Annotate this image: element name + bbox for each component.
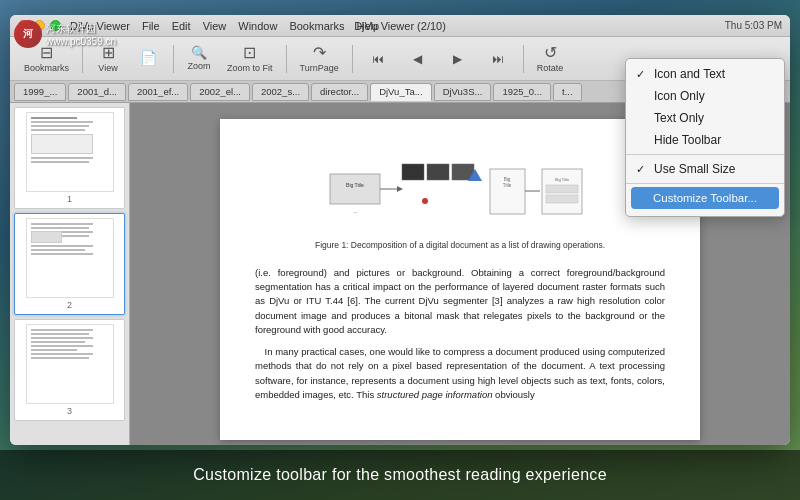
toolbar-separator-5 — [523, 45, 524, 73]
zoom-button[interactable]: 🔍 Zoom — [181, 43, 217, 74]
dropdown-use-small-size[interactable]: Use Small Size — [626, 158, 784, 180]
page-1-thumb — [26, 112, 114, 192]
view-label: View — [98, 63, 117, 73]
page-3-number: 3 — [67, 406, 72, 416]
toolbar-separator-2 — [173, 45, 174, 73]
bottom-bar: Customize toolbar for the smoothest read… — [0, 450, 800, 500]
prev-page-button[interactable]: ◀ — [400, 50, 436, 68]
title-bar-right: Thu 5:03 PM — [725, 20, 782, 31]
svg-text:Big Title: Big Title — [555, 177, 570, 182]
view-icon: ⊞ — [102, 45, 115, 61]
turn-page-label: TurnPage — [300, 63, 339, 73]
clock: Thu 5:03 PM — [725, 20, 782, 31]
rotate-icon: ↺ — [544, 45, 557, 61]
figure-svg: Big Title Big Title — [320, 159, 600, 239]
svg-rect-14 — [546, 185, 578, 193]
rotate-button[interactable]: ↺ Rotate — [531, 42, 570, 76]
zoom-icon: 🔍 — [191, 46, 207, 59]
first-page-icon: ⏮ — [372, 53, 384, 65]
tab-2001d[interactable]: 2001_d... — [68, 83, 126, 101]
menu-file[interactable]: File — [142, 20, 160, 32]
svg-rect-8 — [490, 169, 525, 214]
bottom-bar-text: Customize toolbar for the smoothest read… — [193, 466, 607, 484]
svg-rect-0 — [330, 174, 380, 204]
page-2-content — [27, 219, 113, 261]
svg-text:Big Title: Big Title — [346, 182, 364, 188]
menu-bar: DjVu Viewer File Edit View Window Bookma… — [70, 20, 379, 32]
dropdown-icon-only[interactable]: Icon Only — [626, 85, 784, 107]
view-button[interactable]: ⊞ View — [90, 42, 126, 76]
sidebar-page-3[interactable]: 3 — [14, 319, 125, 421]
tab-2002s[interactable]: 2002_s... — [252, 83, 309, 101]
page-2-thumb — [26, 218, 114, 298]
tab-1999[interactable]: 1999_... — [14, 83, 66, 101]
menu-window[interactable]: Window — [238, 20, 277, 32]
dropdown-hide-toolbar[interactable]: Hide Toolbar — [626, 129, 784, 151]
zoom-to-fit-button[interactable]: ⊡ Zoom to Fit — [221, 42, 279, 76]
minimize-button[interactable] — [34, 20, 45, 31]
menu-bookmarks[interactable]: Bookmarks — [289, 20, 344, 32]
bookmarks-button[interactable]: ⊟ Bookmarks — [18, 42, 75, 76]
page-2-number: 2 — [67, 300, 72, 310]
tab-director[interactable]: director... — [311, 83, 368, 101]
sidebar-page-2[interactable]: 2 — [14, 213, 125, 315]
tab-1925[interactable]: 1925_0... — [493, 83, 551, 101]
bookmarks-label: Bookmarks — [24, 63, 69, 73]
document-paragraph-2: In many practical cases, one would like … — [255, 345, 665, 402]
next-page-icon: ▶ — [453, 53, 462, 65]
window-title: DjVu Viewer (2/10) — [354, 20, 446, 32]
tab-2001ef[interactable]: 2001_ef... — [128, 83, 188, 101]
dropdown-separator-1 — [626, 154, 784, 155]
traffic-lights — [18, 20, 61, 31]
page-1-number: 1 — [67, 194, 72, 204]
last-page-icon: ⏭ — [492, 53, 504, 65]
svg-rect-3 — [402, 164, 424, 180]
menu-view[interactable]: View — [203, 20, 227, 32]
svg-rect-15 — [546, 195, 578, 203]
sidebar-page-1[interactable]: 1 — [14, 107, 125, 209]
menu-djvu-viewer[interactable]: DjVu Viewer — [70, 20, 130, 32]
rotate-label: Rotate — [537, 63, 564, 73]
tab-2002el[interactable]: 2002_el... — [190, 83, 250, 101]
tab-djvuta[interactable]: DjVu_Ta... — [370, 83, 431, 101]
toolbar-separator-3 — [286, 45, 287, 73]
sidebar: 1 2 — [10, 103, 130, 445]
tab-djvu3s[interactable]: DjVu3S... — [434, 83, 492, 101]
tab-t[interactable]: t... — [553, 83, 582, 101]
zoom-to-fit-label: Zoom to Fit — [227, 63, 273, 73]
figure-caption: Figure 1: Decomposition of a digital doc… — [315, 239, 605, 252]
close-button[interactable] — [18, 20, 29, 31]
svg-rect-4 — [427, 164, 449, 180]
dropdown-text-only[interactable]: Text Only — [626, 107, 784, 129]
dropdown-customize-toolbar[interactable]: Customize Toolbar... — [631, 187, 779, 209]
page-3-thumb — [26, 324, 114, 404]
document-paragraph-1: (i.e. foreground) and pictures or backgr… — [255, 266, 665, 337]
zoom-label: Zoom — [188, 61, 211, 71]
page-1-content — [27, 113, 113, 169]
last-page-button[interactable]: ⏭ — [480, 50, 516, 68]
maximize-button[interactable] — [50, 20, 61, 31]
italic-text: structured page information — [377, 389, 493, 400]
dropdown-menu: Icon and Text Icon Only Text Only Hide T… — [625, 58, 785, 217]
turn-page-button[interactable]: ↷ TurnPage — [294, 42, 345, 76]
svg-text:→: → — [353, 209, 358, 215]
svg-point-6 — [422, 198, 428, 204]
toolbar-separator-4 — [352, 45, 353, 73]
pages-button[interactable]: 📄 — [130, 48, 166, 70]
document-figure: Big Title Big Title — [255, 159, 665, 252]
prev-page-icon: ◀ — [413, 53, 422, 65]
toolbar-separator-1 — [82, 45, 83, 73]
svg-text:Title: Title — [503, 183, 512, 188]
menu-edit[interactable]: Edit — [172, 20, 191, 32]
zoom-to-fit-icon: ⊡ — [243, 45, 256, 61]
dropdown-icon-and-text[interactable]: Icon and Text — [626, 63, 784, 85]
next-page-button[interactable]: ▶ — [440, 50, 476, 68]
bookmarks-icon: ⊟ — [40, 45, 53, 61]
first-page-button[interactable]: ⏮ — [360, 50, 396, 68]
pages-icon: 📄 — [140, 51, 157, 65]
svg-text:Big: Big — [504, 177, 511, 182]
page-3-content — [27, 325, 113, 363]
turn-page-icon: ↷ — [313, 45, 326, 61]
dropdown-separator-2 — [626, 183, 784, 184]
title-bar: DjVu Viewer File Edit View Window Bookma… — [10, 15, 790, 37]
